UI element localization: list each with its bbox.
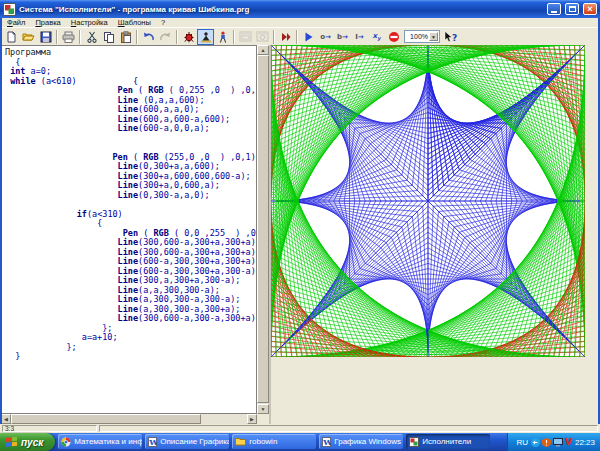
toolbar-button-step-into[interactable]: b→ (334, 29, 351, 45)
toolbar-button-variables[interactable]: xy (368, 29, 385, 45)
toolbar-separator (296, 30, 298, 44)
toolbar-button-open[interactable] (20, 29, 37, 45)
clock: 22:23 (575, 438, 595, 447)
zoom-dropdown-arrow-icon[interactable]: ▼ (429, 32, 438, 41)
taskbar-task-label: Описание Графика ... (160, 437, 229, 446)
menu-item-3[interactable]: Настройка (66, 18, 113, 27)
taskbar-task-2[interactable]: WОписание Графика ... (145, 434, 229, 449)
taskbar-tasks: Математика и инфо...WОписание Графика ..… (55, 433, 490, 451)
taskbar-task-3[interactable]: robowin (232, 434, 316, 449)
title-bar: Система "Исполнители" - программа кривая… (0, 0, 600, 18)
menu-bar: ФайлПравкаНастройкаШаблоны? (2, 18, 598, 27)
menu-item-1[interactable]: Файл (2, 18, 30, 27)
toolbar-button-robot[interactable] (180, 29, 197, 45)
toolbar-button-save[interactable] (37, 29, 54, 45)
security-alert-icon[interactable] (542, 438, 551, 447)
toolbar-button-step-over[interactable]: o→ (317, 29, 334, 45)
graphics-panel (271, 45, 600, 424)
close-button[interactable]: × (583, 3, 597, 15)
toolbar-button-help[interactable]: ? (442, 29, 459, 45)
vertical-scrollbar-thumb[interactable] (257, 55, 269, 403)
toolbar-button-undo[interactable] (140, 29, 157, 45)
graphics-canvas (271, 45, 585, 357)
taskbar-task-1[interactable]: Математика и инфо... (58, 434, 142, 449)
toolbar-button-cut[interactable] (83, 29, 100, 45)
word-document-icon: W (322, 437, 331, 447)
horizontal-scrollbar-thumb[interactable] (11, 414, 201, 424)
toolbar-button-stop[interactable] (385, 29, 402, 45)
antivirus-icon[interactable]: V (565, 437, 572, 447)
vertical-scrollbar[interactable]: ▲ ▼ (257, 45, 269, 414)
scroll-right-icon[interactable]: ▶ (247, 414, 257, 424)
folder-icon (235, 437, 246, 446)
language-indicator-icon[interactable] (531, 438, 540, 447)
horizontal-scrollbar[interactable]: ◀ ▶ (1, 414, 257, 424)
toolbar-button-run-fast[interactable] (277, 29, 294, 45)
toolbar-button-window-a[interactable] (237, 29, 254, 45)
taskbar-task-label: robowin (249, 437, 277, 446)
toolbar-button-run[interactable] (300, 29, 317, 45)
svg-text:W: W (149, 437, 158, 447)
toolbar-separator (233, 30, 235, 44)
toolbar: o→b→I→xy100%▼? (2, 27, 598, 45)
toolbar-button-draftsman[interactable] (197, 29, 214, 45)
tray-icons: V (531, 437, 572, 447)
language-label[interactable]: RU (516, 438, 528, 447)
toolbar-button-copy[interactable] (100, 29, 117, 45)
display-icon[interactable] (553, 438, 563, 447)
svg-text:?: ? (452, 32, 457, 42)
toolbar-button-redo[interactable] (157, 29, 174, 45)
menu-item-5[interactable]: ? (156, 18, 170, 27)
window-border-left (0, 18, 2, 433)
start-label: пуск (21, 437, 43, 448)
status-bar: 3:3 (0, 424, 600, 433)
toolbar-button-window-b[interactable] (254, 29, 271, 45)
taskbar-task-5[interactable]: Исполнители (406, 434, 490, 449)
windows-flag-icon (5, 435, 18, 449)
status-cursor-position: 3:3 (2, 425, 97, 432)
system-tray: RU V 22:23 (507, 433, 600, 451)
toolbar-separator (56, 30, 58, 44)
taskbar-task-label: Графика Windows (334, 437, 401, 446)
taskbar-task-label: Исполнители (422, 437, 471, 446)
word-document-icon: W (148, 437, 157, 447)
code-editor[interactable]: Программа { int a=0; while (a<610) { Pen… (1, 45, 257, 414)
minimize-button[interactable] (547, 3, 561, 15)
toolbar-separator (176, 30, 178, 44)
scroll-down-icon[interactable]: ▼ (257, 404, 269, 414)
executors-app-icon (409, 437, 419, 447)
scrollbar-corner (257, 414, 269, 424)
taskbar: пуск Математика и инфо...WОписание Графи… (0, 433, 600, 451)
menu-item-2[interactable]: Правка (30, 18, 65, 27)
browser-icon (61, 437, 71, 447)
restore-button[interactable] (565, 3, 579, 15)
window-title: Система "Исполнители" - программа кривая… (19, 5, 543, 14)
toolbar-button-paste[interactable] (117, 29, 134, 45)
application-window: Система "Исполнители" - программа кривая… (0, 0, 600, 451)
application-icon[interactable] (3, 3, 16, 16)
toolbar-button-print[interactable] (60, 29, 77, 45)
toolbar-button-figure[interactable] (214, 29, 231, 45)
toolbar-button-step-out[interactable]: I→ (351, 29, 368, 45)
toolbar-button-new[interactable] (3, 29, 20, 45)
taskbar-task-label: Математика и инфо... (74, 437, 142, 446)
toolbar-separator (273, 30, 275, 44)
taskbar-task-4[interactable]: WГрафика Windows (319, 434, 403, 449)
scroll-left-icon[interactable]: ◀ (1, 414, 11, 424)
start-button[interactable]: пуск (0, 433, 55, 451)
zoom-level-value: 100% (406, 33, 428, 40)
zoom-level-select[interactable]: 100%▼ (404, 30, 440, 43)
svg-text:W: W (323, 437, 332, 447)
toolbar-separator (136, 30, 138, 44)
menu-item-4[interactable]: Шаблоны (113, 18, 156, 27)
toolbar-separator (79, 30, 81, 44)
status-message (99, 425, 598, 432)
scroll-up-icon[interactable]: ▲ (257, 45, 269, 55)
